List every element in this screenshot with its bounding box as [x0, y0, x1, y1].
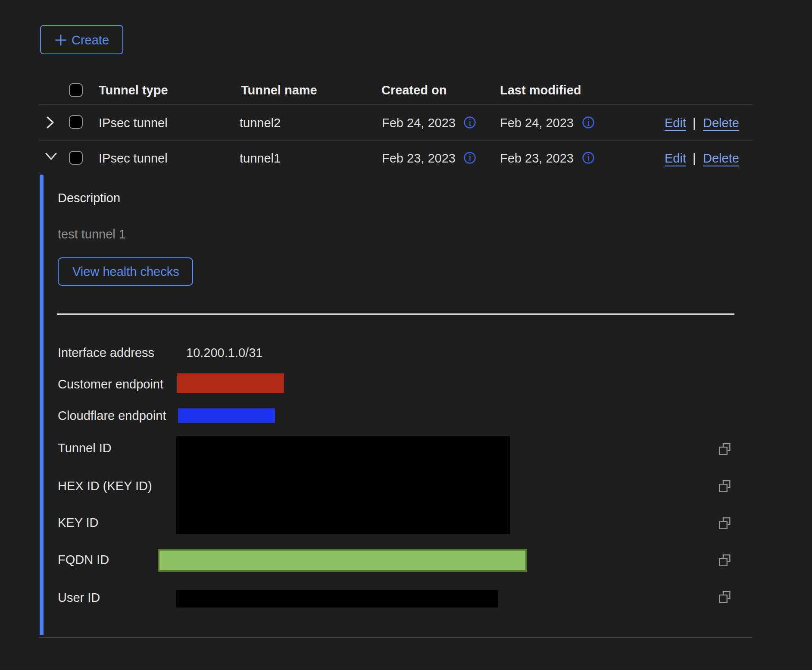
svg-text:i: i	[468, 152, 472, 163]
svg-text:i: i	[587, 116, 590, 128]
svg-text:i: i	[468, 116, 472, 128]
svg-text:i: i	[587, 152, 590, 163]
